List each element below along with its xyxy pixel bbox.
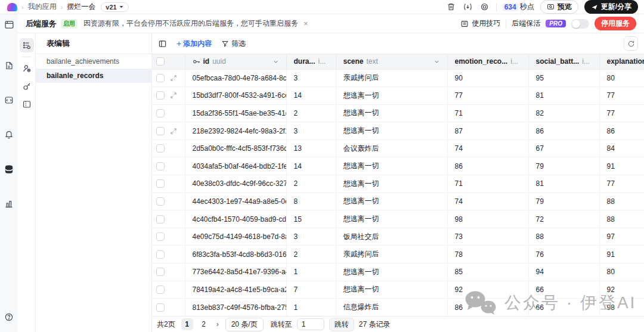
cell-scene[interactable]: 想逃离一切 bbox=[336, 263, 447, 281]
row-checkbox[interactable] bbox=[156, 268, 165, 276]
cell-id[interactable]: 15da2f36-55f1-45ae-be35-41c6fd... bbox=[185, 104, 286, 122]
usage-tips-link[interactable]: 使用技巧 bbox=[460, 18, 500, 29]
cell-scene[interactable]: 想逃离一切 bbox=[336, 193, 447, 210]
cell-duration[interactable]: 14 bbox=[286, 157, 336, 175]
cell-social-battery[interactable]: 86 bbox=[528, 122, 599, 140]
cell-scene[interactable]: 想逃离一切 bbox=[336, 104, 447, 122]
cell-scene[interactable]: 想逃离一切 bbox=[336, 157, 447, 175]
cell-social-battery[interactable]: 66 bbox=[528, 281, 599, 299]
breadcrumb-project[interactable]: 摆烂一会 bbox=[67, 2, 95, 12]
table-row[interactable]: 15bd3df7-800f-4532-a491-6cef17...14想逃离一切… bbox=[152, 87, 644, 105]
cell-duration[interactable]: 2 bbox=[286, 175, 336, 193]
row-checkbox[interactable] bbox=[156, 74, 165, 82]
jump-page-input[interactable] bbox=[297, 318, 324, 330]
cell-emotion-recovery[interactable]: 86 bbox=[447, 299, 528, 316]
cell-scene[interactable]: 想逃离一切 bbox=[336, 87, 447, 105]
cell-id[interactable]: 813eb837-c49f-4576-bfba-2753d... bbox=[185, 299, 286, 316]
cell-emotion-recovery[interactable]: 90 bbox=[447, 69, 528, 87]
table-row[interactable]: 218e2392-9824-4efc-98a3-2f1e4c...3想逃离一切8… bbox=[152, 122, 644, 140]
expand-record-icon[interactable] bbox=[170, 128, 177, 135]
collapse-panel-icon[interactable] bbox=[20, 97, 34, 111]
cell-duration[interactable]: 3 bbox=[286, 228, 336, 246]
cell-social-battery[interactable]: 66 bbox=[528, 299, 599, 316]
cell-emotion-recovery[interactable]: 87 bbox=[447, 122, 528, 140]
cell-scene[interactable]: 想逃离一切 bbox=[336, 122, 447, 140]
cell-explanation[interactable]: 88 bbox=[599, 193, 644, 210]
column-header-social-battery[interactable]: social_batt... i... bbox=[528, 54, 599, 69]
column-header-scene[interactable]: scene text bbox=[336, 54, 447, 69]
cell-explanation[interactable]: 91 bbox=[599, 157, 644, 175]
table-row[interactable]: 15da2f36-55f1-45ae-be35-41c6fd...2想逃离一切7… bbox=[152, 104, 644, 122]
cell-emotion-recovery[interactable]: 74 bbox=[447, 193, 528, 210]
help-icon[interactable] bbox=[4, 312, 14, 322]
table-row[interactable]: 773e6442-8a5d-41e7-9396-a4b49...1想逃离一切85… bbox=[152, 263, 644, 281]
version-history-icon[interactable] bbox=[463, 2, 473, 13]
cell-scene[interactable]: 亲戚拷问后 bbox=[336, 69, 447, 87]
cell-scene[interactable]: 想逃离一切 bbox=[336, 175, 447, 193]
expand-record-icon[interactable] bbox=[170, 92, 177, 99]
code-box-icon[interactable] bbox=[4, 95, 14, 106]
table-row[interactable]: 05efbcaa-78d0-4e78-a684-8c961...3亲戚拷问后90… bbox=[152, 69, 644, 87]
user-gear-icon[interactable] bbox=[20, 61, 34, 76]
cell-social-battery[interactable]: 88 bbox=[528, 228, 599, 246]
chevron-down-icon[interactable] bbox=[434, 58, 440, 65]
table-row[interactable]: 4034afa5-b0af-46e4-bdb2-1fe901...14想逃离一切… bbox=[152, 157, 644, 175]
cell-duration[interactable]: 1 bbox=[286, 299, 336, 316]
bar-chart-icon[interactable] bbox=[4, 198, 14, 209]
cell-scene[interactable]: 亲戚拷问后 bbox=[336, 246, 447, 263]
column-header-explanation[interactable]: explanation_c... bbox=[599, 54, 644, 69]
cell-explanation[interactable]: 91 bbox=[599, 246, 644, 263]
table-row[interactable]: 4e09c75d-4149-4618-be7d-8a9c3...3饭局社交后73… bbox=[152, 228, 644, 246]
cell-id[interactable]: 40e38c03-dfdc-4c9f-96cc-3279b... bbox=[185, 175, 286, 193]
row-checkbox[interactable] bbox=[156, 250, 165, 259]
cell-social-battery[interactable]: 67 bbox=[528, 139, 599, 157]
cell-social-battery[interactable]: 82 bbox=[528, 104, 599, 122]
cell-explanation[interactable]: 77 bbox=[599, 104, 644, 122]
page-button-2[interactable]: 2 bbox=[198, 318, 210, 330]
list-settings-icon[interactable] bbox=[20, 38, 34, 52]
cell-id[interactable]: 4c40cfb4-1570-4059-bad9-cdffd... bbox=[185, 210, 286, 228]
cell-explanation[interactable]: 98 bbox=[599, 299, 644, 316]
table-item-records[interactable]: bailanle_records bbox=[36, 69, 151, 83]
cell-scene[interactable]: 会议轰炸后 bbox=[336, 139, 447, 157]
cell-scene[interactable]: 饭局社交后 bbox=[336, 228, 447, 246]
cell-emotion-recovery[interactable]: 85 bbox=[447, 263, 528, 281]
row-checkbox[interactable] bbox=[156, 286, 165, 294]
select-all-checkbox[interactable] bbox=[156, 57, 165, 66]
refresh-button[interactable] bbox=[624, 36, 638, 51]
filter-button[interactable]: 筛选 bbox=[221, 39, 246, 49]
cell-id[interactable]: 6f83c3fa-b53f-4cd8-b6d3-0162a... bbox=[185, 246, 286, 263]
cell-scene[interactable]: 想逃离一切 bbox=[336, 210, 447, 228]
cell-emotion-recovery[interactable]: 92 bbox=[447, 281, 528, 299]
cell-explanation[interactable]: 84 bbox=[599, 139, 644, 157]
jump-button[interactable]: 跳转 bbox=[329, 318, 354, 331]
cell-social-battery[interactable]: 94 bbox=[528, 263, 599, 281]
cell-emotion-recovery[interactable]: 74 bbox=[447, 139, 528, 157]
column-header-emotion-recovery[interactable]: emotion_reco... i... bbox=[447, 54, 528, 69]
cell-emotion-recovery[interactable]: 73 bbox=[447, 228, 528, 246]
cell-id[interactable]: 4034afa5-b0af-46e4-bdb2-1fe901... bbox=[185, 157, 286, 175]
row-checkbox[interactable] bbox=[156, 232, 165, 241]
page-button-1[interactable]: 1 bbox=[181, 318, 193, 330]
cell-emotion-recovery[interactable]: 77 bbox=[447, 87, 528, 105]
table-row[interactable]: 813eb837-c49f-4576-bfba-2753d...1信息爆炸后86… bbox=[152, 299, 644, 316]
cell-explanation[interactable]: 77 bbox=[599, 87, 644, 105]
cell-social-battery[interactable]: 81 bbox=[528, 175, 599, 193]
keepalive-toggle[interactable] bbox=[571, 19, 589, 29]
document-icon[interactable] bbox=[4, 60, 14, 71]
cell-duration[interactable]: 7 bbox=[286, 281, 336, 299]
cell-scene[interactable]: 信息爆炸后 bbox=[336, 299, 447, 316]
table-row[interactable]: 40e38c03-dfdc-4c9f-96cc-3279b...2想逃离一切71… bbox=[152, 175, 644, 193]
cell-social-battery[interactable]: 81 bbox=[528, 87, 599, 105]
cell-duration[interactable]: 2 bbox=[286, 246, 336, 263]
trash-icon[interactable] bbox=[446, 2, 457, 13]
cell-id[interactable]: 15bd3df7-800f-4532-a491-6cef17... bbox=[185, 87, 286, 105]
row-checkbox[interactable] bbox=[156, 91, 165, 100]
bell-icon[interactable] bbox=[4, 129, 14, 140]
expand-record-icon[interactable] bbox=[170, 75, 177, 82]
cell-explanation[interactable]: 92 bbox=[599, 281, 644, 299]
cell-emotion-recovery[interactable]: 78 bbox=[447, 246, 528, 263]
cell-explanation[interactable]: 77 bbox=[599, 175, 644, 193]
cell-emotion-recovery[interactable]: 71 bbox=[447, 104, 528, 122]
column-header-duration[interactable]: dura... i... bbox=[286, 54, 336, 69]
